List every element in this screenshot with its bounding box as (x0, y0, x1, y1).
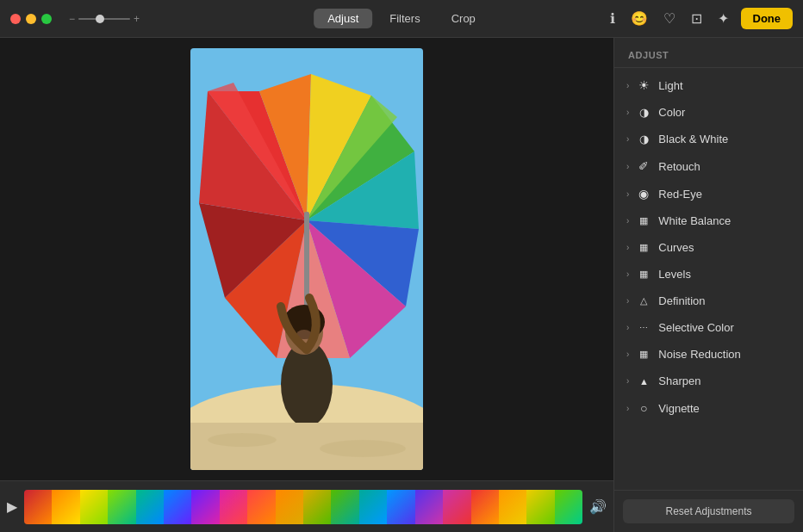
filmstrip-frame (108, 490, 135, 524)
minimize-button[interactable] (26, 14, 36, 24)
selectivecolor-icon: ⋯ (636, 323, 651, 332)
titlebar: − + Adjust Filters Crop ℹ 😊 ♡ ⊡ ✦ Done (0, 0, 803, 38)
chevron-icon: › (626, 296, 629, 306)
adjust-label: Vignette (658, 402, 791, 415)
brightness-slider[interactable] (78, 18, 130, 20)
adjust-label: Black & White (658, 133, 791, 145)
tab-adjust[interactable]: Adjust (314, 9, 372, 28)
vignette-icon: ○ (636, 401, 651, 415)
brightness-minus-icon: − (69, 13, 75, 25)
adjust-item-redeye[interactable]: › ◉ Red-Eye (614, 180, 803, 207)
svg-point-10 (320, 440, 406, 457)
noisereduction-icon: ▦ (636, 349, 651, 360)
sharpen-icon: ▲ (636, 376, 651, 387)
adjust-label: Selective Color (658, 321, 791, 334)
adjust-label: Definition (658, 294, 791, 307)
close-button[interactable] (10, 14, 21, 24)
definition-icon: △ (636, 295, 651, 306)
adjust-list: › ☀ Light › ◑ Color › ◑ Black & White › … (614, 68, 803, 490)
filmstrip-frame (80, 490, 108, 524)
volume-icon: 🔊 (589, 499, 607, 514)
filmstrip-frame (52, 490, 79, 524)
chevron-icon: › (626, 162, 629, 171)
main-tabs: Adjust Filters Crop (314, 9, 489, 28)
filmstrip-frame (387, 490, 414, 524)
panel-header: ADJUST (614, 38, 803, 68)
adjust-item-noisereduction[interactable]: › ▦ Noise Reduction (614, 341, 803, 368)
photo-area: ▶ (0, 38, 613, 532)
play-button[interactable]: ▶ (7, 498, 17, 515)
tab-crop[interactable]: Crop (438, 9, 489, 28)
chevron-icon: › (626, 216, 629, 226)
adjust-item-definition[interactable]: › △ Definition (614, 288, 803, 314)
filmstrip-frame (471, 490, 499, 524)
photo-display (190, 48, 423, 470)
face-icon: 😊 (631, 11, 648, 26)
filmstrip-frame (24, 490, 52, 524)
brightness-plus-icon: + (134, 13, 140, 25)
color-icon: ◑ (636, 106, 651, 119)
panel-footer: Reset Adjustments (614, 490, 803, 532)
adjust-item-levels[interactable]: › ▦ Levels (614, 261, 803, 288)
adjust-label: Levels (658, 268, 791, 281)
adjust-item-vignette[interactable]: › ○ Vignette (614, 394, 803, 422)
light-icon: ☀ (636, 78, 651, 92)
chevron-icon: › (626, 108, 629, 117)
play-icon: ▶ (7, 499, 17, 514)
chevron-icon: › (626, 81, 629, 90)
done-button[interactable]: Done (741, 8, 794, 29)
brightness-control: − + (69, 13, 140, 25)
adjust-item-color[interactable]: › ◑ Color (614, 99, 803, 126)
share-button[interactable]: ⊡ (688, 7, 706, 30)
svg-point-9 (208, 433, 277, 447)
adjust-label: Sharpen (658, 374, 791, 387)
adjust-label: Red-Eye (658, 188, 791, 201)
adjust-item-light[interactable]: › ☀ Light (614, 71, 803, 99)
share-icon: ⊡ (691, 11, 702, 26)
chevron-icon: › (626, 376, 629, 386)
maximize-button[interactable] (41, 14, 52, 24)
adjust-label: Retouch (658, 160, 791, 173)
adjust-label: Noise Reduction (658, 348, 791, 361)
heart-button[interactable]: ♡ (660, 7, 679, 30)
filmstrip-frame (191, 490, 219, 524)
bw-icon: ◑ (636, 133, 651, 145)
adjust-label: Curves (658, 241, 791, 254)
filmstrip[interactable] (24, 490, 582, 524)
filmstrip-frames (24, 490, 582, 524)
chevron-icon: › (626, 323, 629, 332)
filmstrip-frame (415, 490, 443, 524)
tab-filters[interactable]: Filters (376, 9, 433, 28)
right-panel: ADJUST › ☀ Light › ◑ Color › ◑ Black & W… (613, 38, 803, 532)
filmstrip-frame (164, 490, 191, 524)
chevron-icon: › (626, 189, 629, 199)
filmstrip-frame (331, 490, 358, 524)
face-button[interactable]: 😊 (627, 7, 651, 30)
filmstrip-frame (499, 490, 526, 524)
adjust-item-retouch[interactable]: › ✐ Retouch (614, 152, 803, 180)
volume-button[interactable]: 🔊 (589, 498, 607, 515)
adjust-label: Color (658, 106, 791, 119)
magic-wand-icon: ✦ (718, 11, 729, 26)
chevron-icon: › (626, 134, 629, 144)
filmstrip-frame (526, 490, 554, 524)
adjust-label: Light (658, 79, 791, 92)
redeye-icon: ◉ (636, 187, 651, 201)
reset-adjustments-button[interactable]: Reset Adjustments (623, 499, 794, 523)
chevron-icon: › (626, 404, 629, 413)
filmstrip-bar: ▶ (0, 480, 613, 532)
adjust-item-sharpen[interactable]: › ▲ Sharpen (614, 368, 803, 394)
adjust-item-bw[interactable]: › ◑ Black & White (614, 126, 803, 152)
adjust-item-curves[interactable]: › ▦ Curves (614, 234, 803, 261)
filmstrip-frame (247, 490, 275, 524)
adjust-item-whitebalance[interactable]: › ▦ White Balance (614, 207, 803, 234)
photo-container (0, 38, 613, 480)
magic-button[interactable]: ✦ (714, 7, 732, 30)
filmstrip-frame (220, 490, 247, 524)
whitebalance-icon: ▦ (636, 215, 651, 226)
retouch-icon: ✐ (636, 159, 651, 173)
titlebar-right-controls: ℹ 😊 ♡ ⊡ ✦ Done (607, 7, 794, 30)
adjust-item-selectivecolor[interactable]: › ⋯ Selective Color (614, 314, 803, 341)
photo-image (190, 48, 423, 470)
info-button[interactable]: ℹ (607, 7, 619, 30)
